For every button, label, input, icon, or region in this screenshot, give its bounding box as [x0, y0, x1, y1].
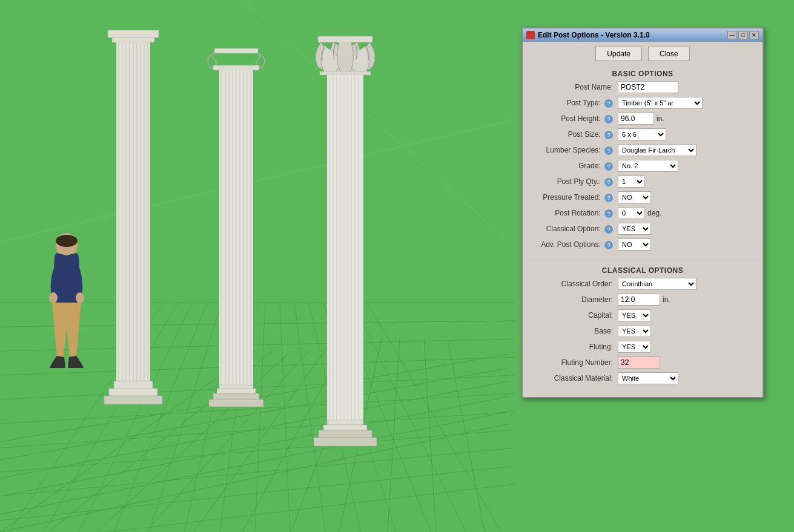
columns-scene	[0, 0, 509, 532]
classical-material-select[interactable]: White Stone Bronze Custom	[618, 372, 678, 384]
pressure-treated-help[interactable]: ?	[604, 194, 613, 202]
svg-rect-53	[209, 399, 263, 407]
adv-post-options-select[interactable]: NO YES	[618, 238, 651, 251]
diameter-input[interactable]	[618, 294, 660, 306]
maximize-button[interactable]: □	[738, 31, 748, 39]
basic-options-header: BASIC OPTIONS	[523, 66, 763, 80]
post-rotation-help[interactable]: ?	[604, 209, 613, 218]
pressure-treated-select[interactable]: NO YES	[618, 191, 651, 203]
svg-point-20	[49, 292, 58, 303]
post-name-label: Post Name:	[530, 83, 618, 91]
post-type-help[interactable]: ?	[604, 99, 613, 108]
capital-select[interactable]: YES NO	[618, 309, 651, 321]
classical-options-header: CLASSICAL OPTIONS	[523, 263, 763, 277]
svg-point-22	[56, 235, 78, 247]
post-type-select[interactable]: Timber (5" x 5" ar	[618, 97, 703, 109]
titlebar: Edit Post Options - Version 3.1.0 — □ ✕	[523, 28, 763, 42]
column-left	[104, 30, 162, 404]
svg-rect-39	[213, 65, 259, 70]
svg-line-1	[0, 412, 509, 514]
classical-order-label: Classical Order:	[530, 280, 618, 288]
post-rotation-select[interactable]: 0 90 180 270	[618, 207, 645, 219]
adv-post-options-help[interactable]: ?	[604, 241, 613, 249]
post-height-control: in.	[618, 113, 755, 125]
capital-label: Capital:	[530, 311, 618, 320]
svg-rect-55	[320, 71, 371, 75]
classical-option-select[interactable]: YES NO	[618, 223, 651, 235]
window-title: Edit Post Options - Version 3.1.0	[538, 31, 727, 39]
post-size-label: Post Size: ?	[530, 130, 618, 139]
svg-point-21	[76, 292, 84, 303]
diameter-row: Diameter: in.	[530, 293, 755, 306]
post-name-control	[618, 81, 755, 93]
grade-select[interactable]: No. 1 No. 2 No. 3	[618, 160, 678, 172]
post-height-input[interactable]	[618, 113, 654, 125]
diameter-unit: in.	[663, 295, 670, 304]
post-size-control: 4 x 4 6 x 6 8 x 8	[618, 128, 755, 140]
post-height-label: Post Height: ?	[530, 114, 618, 123]
svg-rect-68	[319, 430, 372, 438]
svg-rect-50	[219, 385, 253, 389]
svg-rect-51	[217, 389, 256, 393]
svg-rect-23	[108, 30, 159, 38]
classical-option-help[interactable]: ?	[604, 225, 613, 234]
fluting-select[interactable]: YES NO	[618, 341, 651, 353]
post-size-select[interactable]: 4 x 4 6 x 6 8 x 8	[618, 128, 666, 140]
svg-line-16	[448, 342, 485, 532]
post-ply-label: Post Ply Qty.: ?	[530, 177, 618, 186]
fluting-label: Fluting:	[530, 343, 618, 351]
capital-control: YES NO	[618, 309, 755, 321]
svg-rect-35	[114, 381, 153, 389]
post-type-control: Timber (5" x 5" ar	[618, 97, 755, 109]
classical-material-row: Classical Material: White Stone Bronze C…	[530, 372, 755, 385]
capital-row: Capital: YES NO	[530, 309, 755, 322]
lumber-species-row: Lumber Species: ? Douglas Fir-Larch	[530, 143, 755, 157]
person-figure	[49, 233, 84, 368]
post-height-help[interactable]: ?	[604, 115, 613, 123]
svg-rect-37	[104, 396, 162, 404]
adv-post-options-row: Adv. Post Options: ? NO YES	[530, 238, 755, 251]
post-type-row: Post Type: ? Timber (5" x 5" ar	[530, 96, 755, 110]
grade-help[interactable]: ?	[604, 162, 613, 171]
lumber-species-help[interactable]: ?	[604, 146, 613, 155]
fluting-number-row: Fluting Number:	[530, 356, 755, 369]
column-middle	[208, 48, 265, 407]
post-rotation-label: Post Rotation: ?	[530, 209, 618, 218]
base-label: Base:	[530, 327, 618, 335]
lumber-species-select[interactable]: Douglas Fir-Larch	[618, 144, 696, 156]
classical-order-select[interactable]: Doric Ionic Corinthian Tuscan Composite	[618, 278, 696, 290]
fluting-row: Fluting: YES NO	[530, 340, 755, 353]
classical-material-label: Classical Material:	[530, 374, 618, 383]
post-type-label: Post Type: ?	[530, 99, 618, 108]
grade-row: Grade: ? No. 1 No. 2 No. 3	[530, 159, 755, 172]
base-row: Base: YES NO	[530, 324, 755, 338]
close-window-button[interactable]: ✕	[749, 31, 759, 39]
svg-line-15	[424, 339, 436, 532]
post-name-input[interactable]	[618, 81, 678, 93]
post-size-row: Post Size: ? 4 x 4 6 x 6 8 x 8	[530, 128, 755, 141]
post-ply-help[interactable]: ?	[604, 178, 613, 186]
classical-option-label: Classical Option: ?	[530, 225, 618, 234]
close-button[interactable]: Close	[648, 47, 690, 61]
pressure-treated-row: Pressure Treated: ? NO YES	[530, 191, 755, 204]
titlebar-controls: — □ ✕	[727, 31, 759, 39]
fluting-number-input[interactable]	[618, 356, 660, 369]
pressure-treated-label: Pressure Treated: ?	[530, 193, 618, 202]
svg-rect-24	[112, 38, 154, 42]
minimize-button[interactable]: —	[727, 31, 737, 39]
classical-order-row: Classical Order: Doric Ionic Corinthian …	[530, 277, 755, 291]
post-rotation-row: Post Rotation: ? 0 90 180 270 deg.	[530, 206, 755, 220]
diameter-label: Diameter:	[530, 295, 618, 304]
post-ply-select[interactable]: 1 2 3	[618, 176, 645, 188]
svg-line-14	[388, 338, 400, 532]
update-button[interactable]: Update	[595, 47, 642, 61]
base-select[interactable]: YES NO	[618, 325, 651, 337]
base-control: YES NO	[618, 325, 755, 337]
post-height-unit: in.	[657, 114, 664, 123]
post-size-help[interactable]: ?	[604, 131, 613, 139]
pressure-treated-control: NO YES	[618, 191, 755, 203]
svg-rect-38	[214, 48, 258, 53]
svg-rect-54	[318, 36, 372, 42]
svg-rect-67	[323, 425, 367, 430]
lumber-species-label: Lumber Species: ?	[530, 146, 618, 155]
